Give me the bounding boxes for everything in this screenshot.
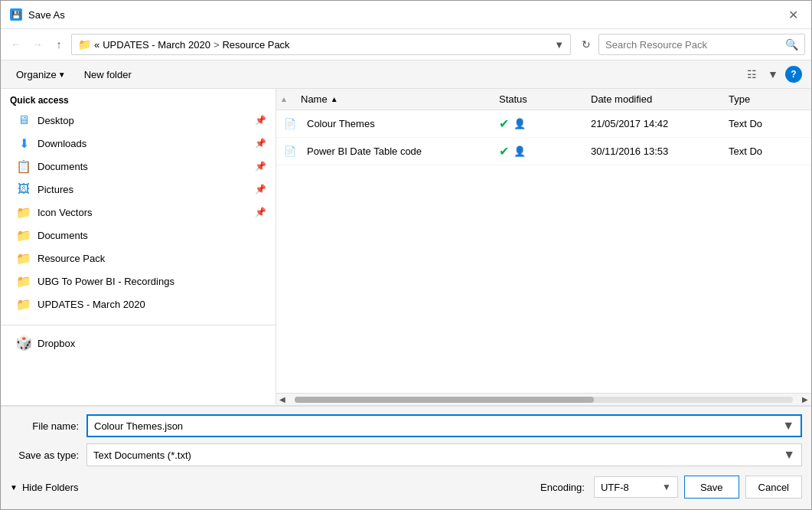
file-status: ✔ 👤 bbox=[490, 110, 582, 137]
search-icon: 🔍 bbox=[785, 38, 798, 51]
status-check-icon: ✔ bbox=[499, 144, 509, 159]
organize-chevron-icon: ▼ bbox=[58, 70, 66, 79]
sidebar-item-documents2[interactable]: 📁 Documents bbox=[1, 224, 276, 247]
file-name-row: File name: ▼ bbox=[10, 414, 802, 437]
downloads-icon: ⬇ bbox=[16, 136, 31, 151]
encoding-label: Encoding: bbox=[540, 482, 585, 493]
resize-handle[interactable] bbox=[272, 89, 276, 405]
column-status-header[interactable]: Status bbox=[490, 89, 582, 110]
status-person-icon: 👤 bbox=[514, 145, 526, 157]
header-sort-indicator: ▲ bbox=[276, 89, 292, 110]
scroll-track bbox=[295, 397, 793, 403]
search-input[interactable] bbox=[605, 39, 785, 51]
pictures-icon: 🖼 bbox=[16, 181, 31, 197]
sidebar-item-updates[interactable]: 📁 UPDATES - March 2020 bbox=[1, 293, 276, 315]
close-button[interactable]: ✕ bbox=[784, 7, 802, 22]
forward-button[interactable]: → bbox=[28, 35, 47, 54]
dropbox-icon: 🎲 bbox=[16, 335, 31, 351]
table-row[interactable]: 📄 Power BI Date Table code ✔ 👤 30/11/201… bbox=[276, 138, 811, 165]
back-button[interactable]: ← bbox=[7, 35, 25, 54]
pin-icon: 📌 bbox=[255, 115, 266, 126]
folder-icon2: 📁 bbox=[16, 227, 31, 243]
file-type: Text Do bbox=[719, 112, 811, 136]
folder-icon5: 📁 bbox=[16, 296, 31, 312]
breadcrumb-current: Resource Pack bbox=[222, 39, 289, 51]
status-person-icon: 👤 bbox=[514, 118, 526, 129]
pin-icon-icon-vectors: 📌 bbox=[255, 207, 266, 217]
breadcrumb[interactable]: 📁 « UPDATES - March 2020 > Resource Pack… bbox=[71, 34, 571, 55]
file-date: 21/05/2017 14:42 bbox=[582, 112, 719, 136]
refresh-button[interactable]: ↻ bbox=[577, 35, 595, 54]
sidebar-item-documents-label: Documents bbox=[38, 161, 88, 172]
column-type-header[interactable]: Type bbox=[719, 89, 811, 110]
file-name-input[interactable] bbox=[94, 420, 782, 432]
window-icon: 💾 bbox=[10, 8, 22, 21]
sidebar-item-downloads-label: Downloads bbox=[38, 138, 86, 149]
right-panel: ▲ Name ▲ Status Date modified Type bbox=[276, 89, 811, 405]
new-folder-button[interactable]: New folder bbox=[78, 66, 138, 83]
sidebar-item-resource-pack[interactable]: 📁 Resource Pack bbox=[1, 247, 276, 270]
file-name: Colour Themes bbox=[304, 112, 490, 136]
folder-icon4: 📁 bbox=[16, 273, 31, 289]
file-list-header: ▲ Name ▲ Status Date modified Type bbox=[276, 89, 811, 110]
sidebar-item-desktop[interactable]: 🖥 Desktop 📌 bbox=[1, 109, 276, 132]
file-name-dropdown-icon[interactable]: ▼ bbox=[782, 419, 794, 433]
scroll-thumb[interactable] bbox=[295, 397, 594, 403]
sidebar-item-dropbox[interactable]: 🎲 Dropbox bbox=[1, 332, 276, 355]
horizontal-scrollbar[interactable]: ◀ ▶ bbox=[276, 393, 811, 405]
save-as-type-row: Save as type: Text Documents (*.txt) ▼ bbox=[10, 443, 802, 466]
quick-access-header: Quick access bbox=[1, 89, 276, 109]
main-area: Quick access 🖥 Desktop 📌 ⬇ Downloads 📌 📋… bbox=[1, 89, 811, 405]
breadcrumb-prefix: « bbox=[94, 39, 99, 51]
help-button[interactable]: ? bbox=[785, 66, 802, 83]
sidebar-item-resource-pack-label: Resource Pack bbox=[38, 253, 105, 264]
breadcrumb-dropdown-icon[interactable]: ▼ bbox=[554, 39, 564, 51]
navigation-bar: ← → ↑ 📁 « UPDATES - March 2020 > Resourc… bbox=[1, 29, 811, 60]
toolbar-right: ☷ ▼ ? bbox=[742, 65, 802, 83]
pin-icon-downloads: 📌 bbox=[255, 138, 266, 149]
table-row[interactable]: 📄 Colour Themes ✔ 👤 21/05/2017 14:42 Tex… bbox=[276, 110, 811, 138]
sidebar-item-pictures-label: Pictures bbox=[38, 184, 73, 195]
scroll-right-button[interactable]: ▶ bbox=[799, 394, 811, 406]
file-name: Power BI Date Table code bbox=[304, 139, 490, 163]
organize-button[interactable]: Organize ▼ bbox=[10, 66, 72, 83]
save-button[interactable]: Save bbox=[684, 476, 739, 499]
column-name-header[interactable]: Name ▲ bbox=[292, 89, 490, 110]
file-type: Text Do bbox=[719, 139, 811, 163]
up-button[interactable]: ↑ bbox=[50, 35, 68, 54]
save-as-dialog: 💾 Save As ✕ ← → ↑ 📁 « UPDATES - March 20… bbox=[0, 0, 812, 510]
file-icon: 📄 bbox=[282, 116, 298, 132]
window-title: Save As bbox=[28, 9, 784, 21]
name-sort-arrow-icon: ▲ bbox=[331, 95, 338, 103]
new-folder-label: New folder bbox=[84, 69, 132, 80]
sidebar-item-pictures[interactable]: 🖼 Pictures 📌 bbox=[1, 178, 276, 201]
sidebar-item-icon-vectors[interactable]: 📁 Icon Vectors 📌 bbox=[1, 201, 276, 224]
scroll-left-button[interactable]: ◀ bbox=[276, 394, 289, 406]
sidebar-item-documents2-label: Documents bbox=[38, 230, 88, 241]
pin-icon-pictures: 📌 bbox=[255, 184, 266, 195]
save-as-type-select[interactable]: Text Documents (*.txt) ▼ bbox=[86, 443, 802, 466]
sidebar-item-downloads[interactable]: ⬇ Downloads 📌 bbox=[1, 132, 276, 155]
sidebar-item-documents[interactable]: 📋 Documents 📌 bbox=[1, 155, 276, 178]
sidebar-item-ubg[interactable]: 📁 UBG To Power BI - Recordings bbox=[1, 270, 276, 293]
cancel-button[interactable]: Cancel bbox=[745, 476, 802, 499]
toolbar: Organize ▼ New folder ☷ ▼ ? bbox=[1, 60, 811, 89]
sidebar-item-icon-vectors-label: Icon Vectors bbox=[38, 207, 93, 218]
left-panel: Quick access 🖥 Desktop 📌 ⬇ Downloads 📌 📋… bbox=[1, 89, 276, 405]
bottom-actions: ▼ Hide Folders Encoding: UTF-8 ▼ Save Ca… bbox=[10, 472, 802, 502]
sidebar-item-dropbox-label: Dropbox bbox=[38, 338, 75, 349]
column-date-header[interactable]: Date modified bbox=[582, 89, 719, 110]
status-check-icon: ✔ bbox=[499, 116, 509, 131]
save-as-type-value: Text Documents (*.txt) bbox=[93, 450, 783, 461]
organize-label: Organize bbox=[16, 69, 57, 80]
breadcrumb-parent: UPDATES - March 2020 bbox=[103, 39, 210, 51]
hide-folders-button[interactable]: ▼ Hide Folders bbox=[10, 479, 79, 496]
documents-icon: 📋 bbox=[16, 159, 31, 174]
sidebar-item-ubg-label: UBG To Power BI - Recordings bbox=[38, 276, 174, 287]
view-dropdown-button[interactable]: ▼ bbox=[764, 65, 782, 83]
encoding-select[interactable]: UTF-8 ▼ bbox=[594, 476, 678, 498]
view-options-button[interactable]: ☷ bbox=[742, 65, 761, 83]
breadcrumb-folder-icon: 📁 bbox=[78, 38, 91, 51]
search-box: 🔍 bbox=[598, 34, 805, 55]
file-name-input-wrapper: ▼ bbox=[86, 414, 802, 437]
